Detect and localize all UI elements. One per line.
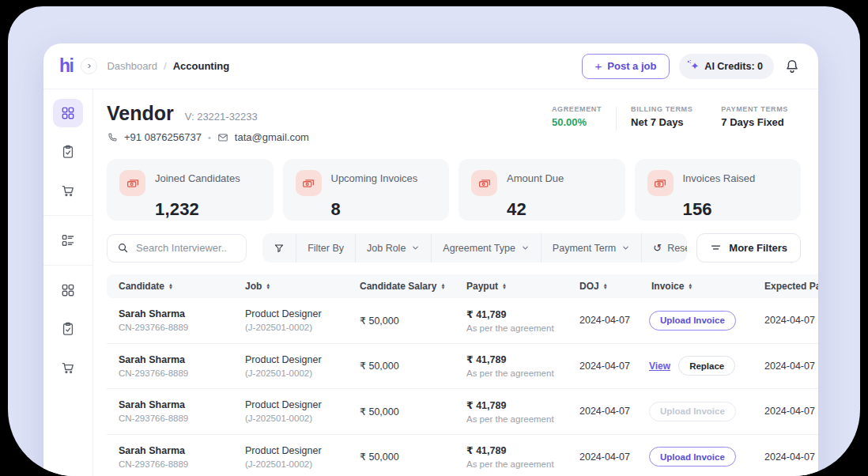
column-header-invoice[interactable]: Invoice▲▼: [640, 281, 753, 292]
doj-date: 2024-04-07: [579, 361, 640, 372]
sidebar-item-list[interactable]: [53, 226, 83, 255]
payout-amount: ₹ 41,789: [466, 444, 568, 456]
chevron-down-icon: [521, 244, 530, 252]
replace-invoice-button[interactable]: Replace: [678, 356, 735, 376]
sparkle-icon: ✦: [690, 60, 699, 72]
stat-label: Invoices Raised: [683, 170, 756, 196]
column-header-candidate[interactable]: Candidate▲▼: [107, 281, 233, 292]
column-header-payput[interactable]: Payput▲▼: [455, 281, 568, 292]
candidate-code: CN-293766-8889: [119, 323, 233, 332]
vendor-id: V: 23221-32233: [185, 111, 258, 123]
job-title: Product Designer: [245, 308, 348, 319]
payout-note: As per the agreement: [466, 459, 568, 469]
search-icon: [117, 242, 129, 254]
upload-invoice-button[interactable]: Upload Invoice: [649, 311, 736, 331]
agreement-value: 50.00%: [552, 116, 602, 128]
job-code: (J-202501-0002): [245, 323, 348, 332]
column-header-doj[interactable]: DOJ▲▼: [568, 281, 640, 292]
column-header-candidate-salary[interactable]: Candidate Salary▲▼: [348, 281, 455, 292]
candidate-name: Sarah Sharma: [119, 445, 233, 456]
agreement-type-dropdown[interactable]: Agreement Type: [432, 233, 542, 263]
vendor-email: tata@gmail.com: [235, 131, 309, 143]
payment-term-dropdown[interactable]: Payment Term: [542, 233, 642, 263]
job-role-dropdown[interactable]: Job Role: [356, 233, 432, 263]
sidebar-expand-button[interactable]: ›: [81, 58, 97, 74]
payout-note: As per the agreement: [466, 368, 568, 378]
stat-label: Amount Due: [507, 170, 564, 196]
view-invoice-link[interactable]: View: [649, 361, 670, 372]
breadcrumb-separator: /: [164, 60, 167, 72]
payout-amount: ₹ 41,789: [466, 399, 568, 411]
chevron-down-icon: [621, 244, 630, 252]
payout-note: As per the agreement: [466, 323, 568, 333]
candidate-code: CN-293766-8889: [119, 414, 233, 423]
filter-by-label: Filter By: [296, 233, 356, 263]
sort-icon: ▲▼: [603, 283, 608, 289]
money-icon: [471, 170, 497, 196]
billing-terms-label: BILLING TERMS: [631, 105, 693, 113]
doj-date: 2024-04-07: [579, 406, 640, 417]
job-title: Product Designer: [245, 399, 348, 410]
table-body: Sarah Sharma CN-293766-8889 Product Desi…: [107, 298, 818, 476]
breadcrumb-dashboard[interactable]: Dashboard: [107, 60, 157, 72]
expected-payment-date: 2024-04-07: [764, 406, 818, 417]
job-code: (J-202501-0002): [245, 414, 348, 423]
job-title: Product Designer: [245, 354, 348, 365]
sidebar-item-cart-2[interactable]: [53, 353, 83, 382]
sidebar-item-tasks-2[interactable]: [53, 315, 83, 343]
payment-terms-value: 7 Days Fixed: [721, 116, 788, 128]
vendor-phone: +91 0876256737: [124, 131, 202, 143]
vendor-header: Vendor V: 23221-32233 +91 0876256737 •: [107, 102, 802, 143]
payment-terms-label: PAYMENT TERMS: [721, 105, 788, 113]
phone-icon: [107, 132, 118, 143]
ai-credits-badge[interactable]: ✦ AI Credits: 0: [679, 54, 774, 79]
column-header-expected-payment: Expected Paymer: [753, 281, 818, 292]
table-row: Sarah Sharma CN-293766-8889 Product Desi…: [107, 389, 818, 435]
sidebar-item-apps[interactable]: [53, 276, 83, 304]
stat-card-upcoming-invoices: Upcoming Invoices 8: [283, 159, 450, 221]
column-header-job[interactable]: Job▲▼: [233, 281, 348, 292]
funnel-icon: [274, 243, 285, 254]
sort-icon: ▲▼: [502, 283, 507, 289]
app-window: hi › Dashboard / Accounting + Post a job…: [43, 43, 818, 476]
upload-invoice-button[interactable]: Upload Invoice: [649, 447, 736, 467]
payout-amount: ₹ 41,789: [466, 353, 568, 365]
icon-sidebar: [43, 89, 93, 476]
notifications-bell-icon[interactable]: [783, 58, 801, 75]
agreement-label: AGREEMENT: [552, 105, 602, 113]
filter-bar: Filter By Job Role Agreement Type Paymen…: [107, 233, 801, 263]
reset-filter-button[interactable]: ↺ Reset Filter: [642, 233, 687, 263]
table-row: Sarah Sharma CN-293766-8889 Product Desi…: [107, 344, 818, 390]
job-title: Product Designer: [245, 445, 348, 456]
candidate-name: Sarah Sharma: [119, 354, 233, 365]
post-a-job-label: Post a job: [607, 60, 656, 72]
stat-cards: Joined Candidates 1,232 Upcoming Invoice…: [107, 159, 801, 221]
page-title: Vendor: [107, 102, 174, 125]
stat-card-amount-due: Amount Due 42: [459, 159, 625, 221]
sort-icon: ▲▼: [266, 283, 270, 289]
stat-value: 1,232: [155, 199, 261, 220]
candidate-salary: ₹ 50,000: [360, 315, 455, 327]
sidebar-item-dashboard[interactable]: [53, 99, 83, 127]
sidebar-item-cart[interactable]: [53, 176, 83, 205]
top-bar: hi › Dashboard / Accounting + Post a job…: [43, 43, 818, 89]
ai-credits-label: AI Credits: 0: [704, 61, 763, 72]
post-a-job-button[interactable]: + Post a job: [582, 54, 670, 79]
candidate-name: Sarah Sharma: [119, 399, 233, 410]
sidebar-item-tasks[interactable]: [53, 138, 83, 166]
desktop-frame: hi › Dashboard / Accounting + Post a job…: [8, 6, 860, 476]
doj-date: 2024-04-07: [579, 451, 640, 463]
more-filters-button[interactable]: More Filters: [696, 233, 801, 263]
doj-date: 2024-04-07: [579, 315, 640, 326]
invoices-table: Candidate▲▼ Job▲▼ Candidate Salary▲▼ Pay…: [107, 274, 818, 476]
candidate-code: CN-293766-8889: [119, 459, 233, 469]
search-input[interactable]: [136, 242, 236, 254]
stat-value: 42: [507, 199, 613, 220]
filter-lines-icon: [710, 242, 722, 254]
table-row: Sarah Sharma CN-293766-8889 Product Desi…: [107, 298, 818, 344]
reset-icon: ↺: [653, 242, 662, 254]
job-code: (J-202501-0002): [245, 368, 348, 378]
search-box[interactable]: [107, 234, 247, 263]
table-header: Candidate▲▼ Job▲▼ Candidate Salary▲▼ Pay…: [107, 274, 818, 298]
sort-icon: ▲▼: [168, 283, 173, 289]
